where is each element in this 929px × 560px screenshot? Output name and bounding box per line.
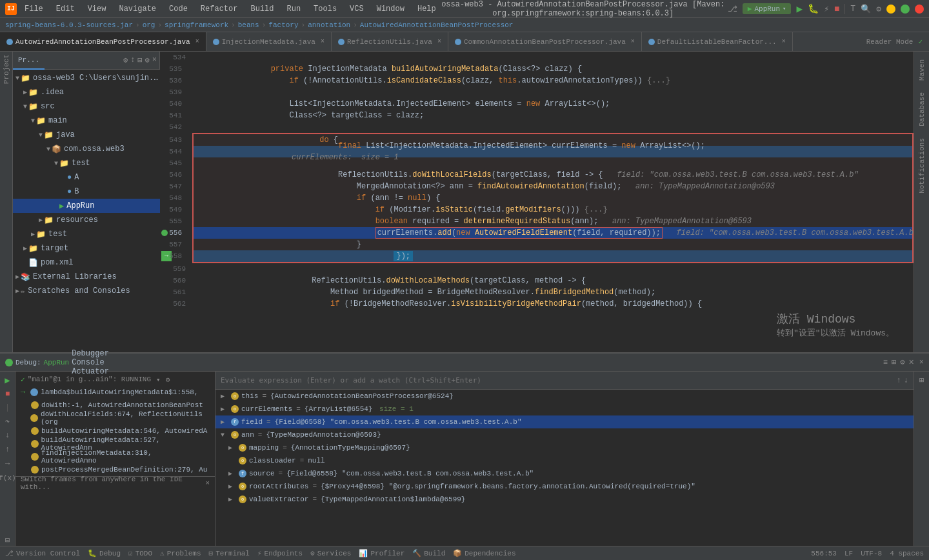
menu-window[interactable]: Window xyxy=(374,3,407,15)
tab-common[interactable]: CommonAnnotationBeanPostProcessor.java × xyxy=(448,32,642,52)
var-source[interactable]: ▶ f source = {Field@6558} "com.ossa.web3… xyxy=(215,467,914,480)
maximize-button[interactable] xyxy=(901,5,910,14)
tree-item-target[interactable]: ▶ 📁 target xyxy=(13,241,160,255)
menu-run[interactable]: Run xyxy=(284,3,303,15)
debug-tab-debugger[interactable]: Debugger xyxy=(72,349,109,358)
frame-reflection[interactable]: doWithLocalFields:674, ReflectionUtils (… xyxy=(15,412,215,425)
breadcrumb-org[interactable]: org xyxy=(143,21,155,29)
prev-eval-btn[interactable]: ↑ xyxy=(897,376,901,385)
frame-lambda[interactable]: → lambda$buildAutowiringMetadata$1:558, xyxy=(15,386,215,399)
tree-item-scratches[interactable]: ▶ ✏ Scratches and Consoles xyxy=(13,284,160,298)
run-to-cursor-btn[interactable]: → xyxy=(2,458,14,470)
breadcrumb-beans[interactable]: beans xyxy=(238,21,259,29)
search-icon[interactable]: 🔍 xyxy=(861,4,871,14)
menu-vcs[interactable]: VCS xyxy=(347,3,366,15)
tree-item-java[interactable]: ▼ 📁 java xyxy=(13,128,160,142)
tree-item-pom[interactable]: 📄 pom.xml xyxy=(13,255,160,270)
menu-file[interactable]: File xyxy=(22,3,46,15)
var-value-extractor[interactable]: ▶ o valueExtractor = {TypeMappedAnnotati… xyxy=(215,493,914,506)
tab-close[interactable]: × xyxy=(631,38,635,45)
breadcrumb-factory[interactable]: factory xyxy=(268,21,298,29)
breadcrumb-annotation[interactable]: annotation xyxy=(308,21,350,29)
tree-item-a[interactable]: ● A xyxy=(13,170,160,185)
close-button[interactable] xyxy=(915,5,924,14)
menu-tools[interactable]: Tools xyxy=(311,3,339,15)
tree-item-test[interactable]: ▶ 📁 test xyxy=(13,227,160,241)
run-play-btn[interactable]: ▶ xyxy=(796,3,803,15)
tab-reflection[interactable]: ReflectionUtils.java × xyxy=(332,32,448,52)
tab-default[interactable]: DefaultListableBeanFactor... × xyxy=(642,32,793,52)
debug-btn[interactable]: 🐛 xyxy=(808,3,819,14)
sort-icon[interactable]: ↕ xyxy=(130,55,135,65)
endpoints-btn[interactable]: ⚡ Endpoints xyxy=(257,549,303,557)
breadcrumb-springframework[interactable]: springframework xyxy=(165,21,228,29)
var-root-attrs[interactable]: ▶ o rootAttributes = {$Proxy44@6598} "@o… xyxy=(215,480,914,493)
resume-btn[interactable]: ▶ xyxy=(2,374,14,386)
code-area[interactable]: 534 535 private InjectionMetadata buildA… xyxy=(160,52,914,352)
tree-item-apprun[interactable]: ▶ AppRun xyxy=(13,199,160,213)
project-tab[interactable]: Pr... xyxy=(13,52,45,70)
frame-build527[interactable]: buildAutowiringMetadata:527, AutowiredAn… xyxy=(15,437,215,450)
threads-btn[interactable]: ⊟ xyxy=(2,534,14,546)
tab-close[interactable]: × xyxy=(321,38,325,45)
maven-panel-tab[interactable]: Maven xyxy=(915,54,928,86)
tab-injection[interactable]: InjectionMetadata.java × xyxy=(206,32,332,52)
tree-item-project-root[interactable]: ▼ 📁 ossa-web3 C:\Users\sunjin... xyxy=(13,71,160,85)
stop-btn[interactable]: ■ xyxy=(834,4,839,14)
terminal-btn[interactable]: ⊟ Terminal xyxy=(209,549,250,557)
tree-item-src[interactable]: ▼ 📁 src xyxy=(13,99,160,114)
menu-code[interactable]: Code xyxy=(166,3,190,15)
todo-btn[interactable]: ☑ TODO xyxy=(128,549,152,557)
gear-icon[interactable]: ⚙ xyxy=(123,55,128,65)
close-tab-icon[interactable]: × xyxy=(919,358,924,367)
tree-item-com-ossa[interactable]: ▼ 📦 com.ossa.web3 xyxy=(13,142,160,156)
minimize-button[interactable] xyxy=(886,5,895,14)
debug-status-btn[interactable]: 🐛 Debug xyxy=(88,549,121,557)
debug-settings-icon[interactable]: ⚙ xyxy=(900,357,904,367)
var-ann[interactable]: ▼ o ann = {TypeMappedAnnotation@6593} xyxy=(215,428,914,441)
tree-item-b[interactable]: ● B xyxy=(13,185,160,199)
var-classloader[interactable]: o classLoader = null xyxy=(215,454,914,467)
var-mapping[interactable]: ▶ o mapping = {AnnotationTypeMapping@659… xyxy=(215,441,914,454)
menu-navigate[interactable]: Navigate xyxy=(116,3,159,15)
project-icon[interactable]: Project xyxy=(3,54,10,84)
var-this[interactable]: ▶ o this = {AutowiredAnnotationBeanPostP… xyxy=(215,390,914,403)
git-icon[interactable]: ⎇ xyxy=(728,4,737,14)
tab-close[interactable]: × xyxy=(437,38,441,45)
collapse-icon[interactable]: ⊟ xyxy=(137,55,142,65)
tree-item-main[interactable]: ▼ 📁 main xyxy=(13,114,160,128)
menu-view[interactable]: View xyxy=(85,3,109,15)
notifications-panel-tab[interactable]: Notifications xyxy=(915,133,928,199)
build-btn[interactable]: 🔨 Build xyxy=(412,549,445,557)
close-icon[interactable]: × xyxy=(152,55,157,65)
database-panel-tab[interactable]: Database xyxy=(915,87,928,132)
version-control-btn[interactable]: ⎇ Version Control xyxy=(5,549,80,557)
close-debug-icon[interactable]: × xyxy=(908,357,914,368)
tab-autowired[interactable]: AutowiredAnnotationBeanPostProcessor.jav… xyxy=(0,32,206,52)
evaluate-expr-btn[interactable]: f(x) xyxy=(2,472,14,484)
run-combo[interactable]: ▶ AppRun ▾ xyxy=(743,3,792,14)
dependencies-btn[interactable]: 📦 Dependencies xyxy=(453,549,515,557)
frame-postprocess[interactable]: postProcessMergedBeanDefinition:279, Au xyxy=(15,463,215,476)
tree-item-resources[interactable]: ▶ 📁 resources xyxy=(13,213,160,227)
tab-close[interactable]: × xyxy=(195,38,199,45)
menu-refactor[interactable]: Refactor xyxy=(198,3,241,15)
frame-build546[interactable]: buildAutowiringMetadata:546, AutowiredA xyxy=(15,425,215,437)
restore-view-btn[interactable]: ⊞ xyxy=(916,374,928,386)
step-out-btn[interactable]: ↑ xyxy=(2,444,14,455)
tree-item-external-libs[interactable]: ▶ 📚 External Libraries xyxy=(13,270,160,284)
thread-settings-icon[interactable]: ⚙ xyxy=(166,375,170,384)
tab-close[interactable]: × xyxy=(782,38,786,45)
frame-dowith[interactable]: doWith:-1, AutowiredAnnotationBeanPost xyxy=(15,399,215,412)
menu-edit[interactable]: Edit xyxy=(54,3,77,15)
breadcrumb-jar[interactable]: spring-beans-6.0.3-sources.jar xyxy=(5,21,133,29)
translate-icon[interactable]: T xyxy=(850,4,855,14)
tree-item-test-pkg[interactable]: ▼ 📁 test xyxy=(13,156,160,170)
filter-icon[interactable]: ≡ xyxy=(883,358,888,367)
step-into-btn[interactable]: ↓ xyxy=(2,430,14,441)
evaluate-input[interactable] xyxy=(221,376,892,385)
services-btn[interactable]: ⚙ Services xyxy=(310,549,351,557)
settings-icon[interactable]: ⚙ xyxy=(145,55,150,65)
menu-build[interactable]: Build xyxy=(248,3,276,15)
run-with-coverage-btn[interactable]: ⚡ xyxy=(824,4,829,14)
